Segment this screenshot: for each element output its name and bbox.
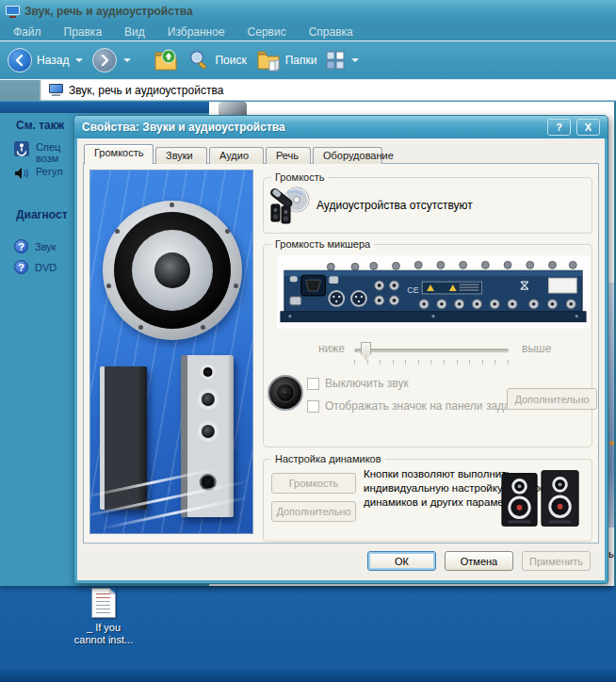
mute-checkbox[interactable] — [307, 378, 319, 390]
sidebar-item-label: Звук — [35, 239, 57, 252]
menu-tools[interactable]: Сервис — [248, 25, 286, 39]
speaker-advanced-button[interactable]: Дополнительно — [271, 501, 356, 522]
slider-high-label: выше — [522, 342, 551, 355]
controls-column: Громкость Ау — [263, 170, 592, 537]
dialog-close-button[interactable]: X — [576, 119, 600, 136]
location-tab[interactable]: Звук, речь и аудиоустройства — [41, 80, 231, 100]
address-label-remnant — [0, 80, 41, 101]
sidebar-section-troubleshoot: Диагност — [16, 208, 73, 221]
speaker-icon — [14, 166, 29, 181]
tab-speech[interactable]: Речь — [266, 147, 311, 164]
toolbar: Назад — [0, 41, 616, 80]
sidebar-item-label: Спец — [36, 141, 60, 153]
accessibility-icon — [14, 141, 29, 156]
sound-properties-dialog: Свойства: Звуки и аудиоустройства ? X Гр… — [73, 115, 608, 584]
document-icon — [91, 588, 116, 618]
tab-strip: Громкость Звуки Аудио Речь Оборудование — [84, 144, 599, 164]
slider-thumb[interactable] — [361, 342, 371, 361]
menu-view[interactable]: Вид — [124, 25, 145, 39]
desktop-bottom-strip — [0, 670, 616, 682]
speaker-artwork-panel — [89, 170, 253, 534]
slider-ticks — [354, 360, 509, 365]
back-dropdown-icon[interactable] — [75, 58, 83, 62]
sidebar-item-label: DVD — [35, 260, 57, 273]
sidebar-item-label: возм — [36, 153, 60, 164]
folders-button[interactable]: Папки — [256, 49, 317, 72]
search-button[interactable]: Поиск — [187, 49, 246, 72]
tab-sounds[interactable]: Звуки — [155, 147, 207, 164]
sidebar-item-volume[interactable]: Регул — [14, 166, 73, 181]
volume-slider[interactable] — [354, 349, 509, 352]
mute-checkbox-label: Выключить звук — [325, 377, 409, 390]
svg-text:CE: CE — [407, 285, 418, 295]
speaker-group-caption: Настройка динамиков — [271, 453, 385, 464]
cancel-button[interactable]: Отмена — [445, 551, 513, 571]
desktop: _ If you cannot inst... Звук, речь и ауд… — [0, 0, 616, 682]
dialog-title: Свойства: Звуки и аудиоустройства — [82, 121, 542, 134]
sidebar-item-dvd-help[interactable]: ? DVD — [14, 260, 73, 274]
volume-group: Громкость Ау — [263, 177, 592, 234]
category-icon — [49, 84, 63, 96]
desktop-icon-label-line1: _ If you — [58, 622, 149, 634]
back-button[interactable]: Назад — [8, 48, 83, 73]
folder-up-icon — [154, 49, 178, 72]
tray-checkbox-row: Отображать значок на панели задач — [307, 399, 516, 413]
sidebar-banner — [0, 102, 209, 113]
desktop-document-icon[interactable]: _ If you cannot inst... — [58, 588, 149, 646]
views-button[interactable] — [326, 51, 359, 70]
sidebar-item-accessibility[interactable]: Спец возм — [14, 141, 73, 164]
window-title: Звук, речь и аудиоустройства — [24, 5, 193, 18]
dialog-client: Громкость Звуки Аудио Речь Оборудование — [77, 138, 605, 580]
window-titlebar: Звук, речь и аудиоустройства — [0, 0, 616, 23]
mixer-photo: CE — [277, 255, 590, 329]
dialog-titlebar: Свойства: Звуки и аудиоустройства ? X — [74, 116, 608, 138]
forward-dropdown-icon[interactable] — [123, 58, 131, 62]
help-icon: ? — [14, 239, 28, 253]
tab-audio[interactable]: Аудио — [209, 147, 264, 164]
views-dropdown-icon[interactable] — [351, 58, 359, 62]
ok-button[interactable]: ОК — [367, 551, 436, 571]
background-page-icon-fragment — [219, 102, 247, 116]
mixer-volume-group: Громкость микшера — [263, 244, 592, 447]
tab-volume[interactable]: Громкость — [84, 144, 154, 164]
slider-low-label: ниже — [318, 342, 345, 355]
speaker-volume-button[interactable]: Громкость — [271, 473, 356, 494]
menu-favorites[interactable]: Избранное — [168, 25, 225, 39]
location-label: Звук, речь и аудиоустройства — [69, 84, 223, 97]
mixer-advanced-button[interactable]: Дополнительно — [507, 388, 597, 410]
back-icon — [8, 48, 32, 73]
sidebar-section-see-also: См. такж — [16, 119, 73, 132]
round-speaker-icon — [267, 375, 303, 411]
forward-icon — [92, 48, 117, 73]
folders-icon — [256, 49, 281, 72]
menu-file[interactable]: Файл — [13, 25, 41, 39]
search-label: Поиск — [215, 54, 246, 67]
window-icon — [6, 6, 20, 18]
audio-devices-icon — [268, 186, 312, 225]
dialog-help-button[interactable]: ? — [547, 119, 571, 136]
volume-group-caption: Громкость — [271, 171, 328, 183]
search-icon — [187, 49, 210, 72]
woofer-image — [103, 201, 242, 340]
menu-bar: Файл Правка Вид Избранное Сервис Справка — [0, 23, 616, 41]
menu-help[interactable]: Справка — [309, 25, 353, 39]
folders-label: Папки — [285, 54, 317, 67]
apply-button[interactable]: Применить — [522, 551, 591, 571]
tab-hardware[interactable]: Оборудование — [313, 147, 382, 164]
sidebar-item-sound-help[interactable]: ? Звук — [14, 239, 73, 253]
forward-button[interactable] — [92, 48, 131, 73]
up-button[interactable] — [154, 49, 178, 72]
desktop-icon-label-line2: cannot inst... — [58, 634, 149, 646]
views-icon — [326, 51, 345, 70]
speaker-settings-group: Настройка динамиков Громкость Дополнител… — [263, 459, 592, 542]
mute-checkbox-row: Выключить звук — [307, 377, 409, 390]
menu-edit[interactable]: Правка — [64, 25, 103, 39]
tray-checkbox-label: Отображать значок на панели задач — [325, 399, 516, 413]
no-audio-devices-text: Аудиоустройства отсутствуют — [316, 199, 473, 212]
help-icon: ? — [14, 260, 28, 274]
back-label: Назад — [37, 54, 69, 67]
bookshelf-speakers-image — [499, 467, 582, 529]
mixer-group-caption: Громкость микшера — [271, 238, 374, 250]
tray-icon-checkbox[interactable] — [307, 400, 319, 413]
dialog-footer: ОК Отмена Применить — [263, 551, 592, 571]
